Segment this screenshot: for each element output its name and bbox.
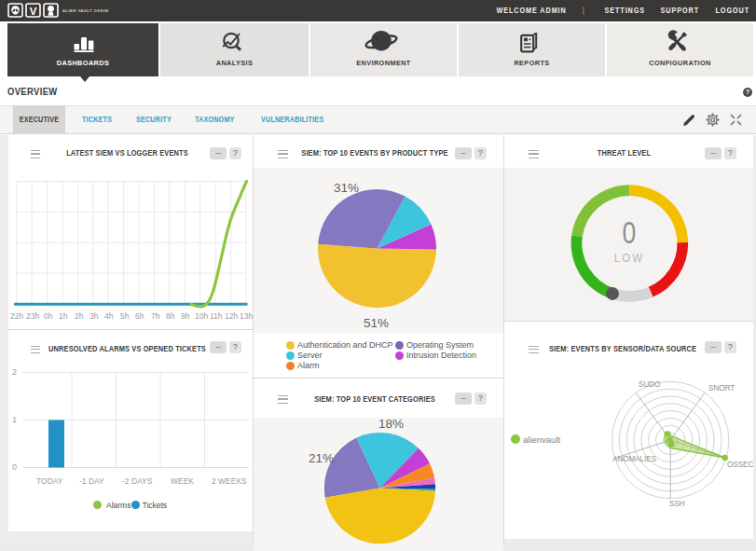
- svg-text:V: V: [30, 6, 37, 17]
- svg-text:ALIEN VAULT OSSIM: ALIEN VAULT OSSIM: [62, 8, 108, 13]
